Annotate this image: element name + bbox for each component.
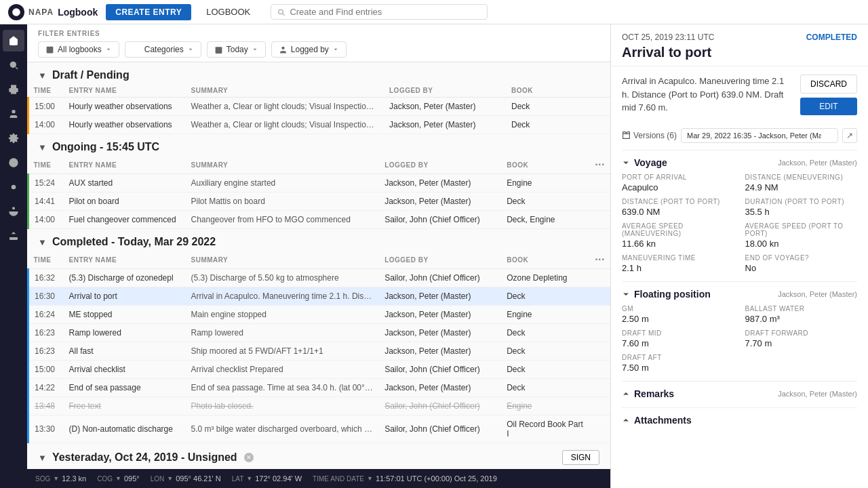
all-logbooks-filter[interactable]: All logbooks — [38, 41, 119, 58]
completed-collapse-icon[interactable]: ▼ — [38, 237, 47, 247]
versions-select[interactable]: Mar 29, 2022 16:35 - Jackson, Peter (Mas… — [681, 128, 838, 143]
entry-more — [589, 192, 610, 211]
sidebar-item-export[interactable] — [3, 225, 24, 247]
attachments-header[interactable]: Attachments — [622, 415, 857, 426]
sidebar-item-search[interactable] — [3, 54, 24, 76]
svg-point-33 — [281, 46, 284, 49]
logged-by-filter[interactable]: Logged by — [271, 41, 347, 58]
floating-position-fields: GM 2.50 m BALLAST WATER 987.0 m³ DRAFT M… — [622, 305, 857, 373]
cog-value: 095° — [124, 474, 140, 483]
table-row[interactable]: 14:22 End of sea passage End of sea pass… — [28, 379, 611, 397]
table-row[interactable]: 13:30 (D) Non-automatic discharge 5.0 m³… — [28, 415, 611, 443]
port-of-arrival-field: PORT OF ARRIVAL Acapulco — [622, 174, 734, 192]
floating-position-section: Floating position Jackson, Peter (Master… — [622, 281, 857, 373]
table-row[interactable]: 16:23 All fast Ship moored at 5 FWD/AFT … — [28, 342, 611, 361]
sidebar-item-anchor[interactable] — [3, 201, 24, 222]
panel-status: COMPLETED — [806, 33, 857, 42]
panel-datetime: OCT 25, 2019 23:11 UTC — [622, 33, 715, 42]
svg-point-1 — [10, 62, 16, 68]
table-row[interactable]: 15:00 Hourly weather observations Weathe… — [28, 98, 611, 116]
lat-status[interactable]: LAT ▼ 172° 02.94' W — [232, 474, 302, 483]
entry-more — [594, 98, 610, 116]
entry-time: 16:23 — [28, 342, 64, 361]
discard-button[interactable]: DISCARD — [800, 75, 857, 94]
draft-section-header: ▼ Draft / Pending — [27, 62, 610, 84]
duration-field: DURATION (PORT TO PORT) 35.5 h — [745, 198, 858, 217]
draft-mid-field: DRAFT MID 7.60 m — [622, 329, 734, 348]
logbook-button[interactable]: LOGBOOK — [199, 3, 257, 20]
completed-more-button[interactable]: ··· — [595, 253, 605, 265]
search-input[interactable] — [290, 7, 481, 17]
table-row[interactable]: 15:24 AUX started Auxiliary engine start… — [28, 174, 611, 192]
user-filter-icon — [279, 45, 288, 54]
svg-line-11 — [10, 184, 11, 184]
voyage-section: Voyage Jackson, Peter (Master) PORT OF A… — [622, 150, 857, 273]
lon-status[interactable]: LON ▼ 095° 46.21' N — [151, 474, 221, 483]
entry-more — [589, 342, 610, 361]
table-row[interactable]: 13:48 Free text Photo lab closed. Sailor… — [28, 397, 611, 415]
entry-book: Engine — [501, 306, 589, 324]
edit-button[interactable]: EDIT — [800, 98, 857, 115]
cog-label: COG — [97, 475, 113, 483]
col-logged-by: LOGGED BY — [384, 84, 506, 98]
sidebar-item-settings[interactable] — [3, 127, 24, 149]
sidebar-item-sun[interactable] — [3, 176, 24, 198]
chevron-down-icon — [105, 46, 112, 53]
entry-more — [589, 361, 610, 379]
col-entry-name: ENTRY NAME — [64, 84, 186, 98]
draft-collapse-icon[interactable]: ▼ — [38, 70, 47, 81]
attachments-collapse-icon — [622, 416, 630, 424]
entry-summary: Main engine stopped — [186, 306, 380, 324]
all-logbooks-label: All logbooks — [58, 45, 102, 54]
entry-book: Deck — [501, 361, 589, 379]
entry-time: 16:32 — [28, 269, 64, 287]
table-row[interactable]: 14:41 Pilot on board Pilot Mattis on boa… — [28, 192, 611, 211]
entry-more — [589, 397, 610, 415]
svg-point-4 — [12, 110, 15, 113]
col-logged-by3: LOGGED BY — [379, 251, 501, 269]
entry-more — [589, 379, 610, 397]
table-row[interactable]: 15:00 Arrival checklist Arrival checklis… — [28, 361, 611, 379]
entry-summary: Changeover from HFO to MGO commenced — [186, 211, 380, 229]
entry-time: 14:00 — [28, 116, 64, 134]
entry-time: 15:00 — [28, 361, 64, 379]
entry-book: Deck — [506, 116, 594, 134]
versions-external-link[interactable]: ↗ — [842, 128, 857, 143]
svg-rect-29 — [215, 47, 222, 54]
ongoing-more-button[interactable]: ··· — [595, 159, 605, 170]
ongoing-collapse-icon[interactable]: ▼ — [38, 142, 47, 152]
voyage-section-header[interactable]: Voyage Jackson, Peter (Master) — [622, 157, 857, 168]
today-filter[interactable]: Today — [207, 41, 266, 58]
lat-label: LAT — [232, 475, 244, 483]
cog-status[interactable]: COG ▼ 095° — [97, 474, 139, 483]
end-of-voyage-label: END OF VOYAGE? — [745, 254, 858, 262]
svg-rect-20 — [47, 46, 54, 53]
entry-name: Free text — [64, 397, 186, 415]
sign-button[interactable]: SIGN — [562, 450, 599, 465]
remarks-header[interactable]: Remarks Jackson, Peter (Master) — [622, 388, 857, 399]
entry-book: Ozone Depleting — [501, 269, 589, 287]
yesterday-collapse-icon[interactable]: ▼ — [38, 453, 47, 463]
table-row[interactable]: 16:32 (5.3) Discharge of ozonedepl (5.3)… — [28, 269, 611, 287]
sog-status[interactable]: SOG ▼ 12.3 kn — [35, 474, 86, 483]
table-row[interactable]: 16:30 Arrival to port Arrival in Acapulc… — [28, 287, 611, 306]
col-summary3: SUMMARY — [186, 251, 380, 269]
create-entry-button[interactable]: CREATE ENTRY — [106, 4, 191, 20]
entry-name: Fuel changeover commenced — [64, 211, 186, 229]
categories-filter[interactable]: Categories — [125, 41, 201, 58]
categories-label: Categories — [144, 45, 184, 54]
unsigned-close-icon[interactable]: ✕ — [244, 453, 254, 462]
sidebar-item-globe[interactable] — [3, 152, 24, 174]
yesterday-section-title: Yesteraday, Oct 24, 2019 - Unsigned — [52, 451, 237, 464]
entry-name: All fast — [64, 342, 186, 361]
table-row[interactable]: 14:00 Fuel changeover commenced Changeov… — [28, 211, 611, 229]
table-row[interactable]: 16:23 Ramp lowered Ramp lowered Jackson,… — [28, 324, 611, 342]
floating-position-header[interactable]: Floating position Jackson, Peter (Master… — [622, 289, 857, 300]
time-status[interactable]: TIME AND DATE ▼ 11:57:01 UTC (+00:00) Oc… — [313, 474, 497, 483]
table-row[interactable]: 14:00 Hourly weather observations Weathe… — [28, 116, 611, 134]
sidebar-item-print[interactable] — [3, 79, 24, 100]
port-arrival-label: PORT OF ARRIVAL — [622, 174, 734, 181]
sidebar-item-home[interactable] — [3, 30, 24, 52]
sidebar-item-user[interactable] — [3, 103, 24, 125]
table-row[interactable]: 16:24 ME stopped Main engine stopped Jac… — [28, 306, 611, 324]
